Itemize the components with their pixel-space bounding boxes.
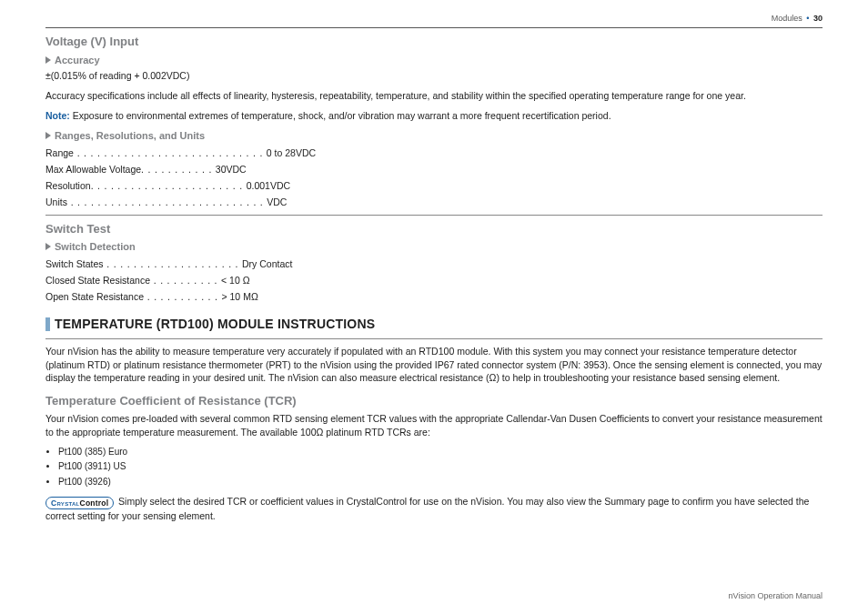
spec-dots: . . . . . . . . . . . . . . . . . . . . … bbox=[67, 196, 267, 207]
list-item: Pt100 (385) Euro bbox=[58, 446, 823, 458]
spec-value: > 10 MΩ bbox=[221, 291, 257, 302]
spec-dots: . . . . . . . . . . . . . . . . . . . . bbox=[104, 258, 242, 269]
ranges-list: Range . . . . . . . . . . . . . . . . . … bbox=[45, 146, 823, 209]
spec-value: 0 to 28VDC bbox=[267, 147, 316, 158]
spec-row: Switch States . . . . . . . . . . . . . … bbox=[45, 257, 823, 270]
spec-label: Max Allowable Voltage bbox=[45, 163, 141, 176]
rtd-rule bbox=[45, 338, 823, 339]
accuracy-heading-text: Accuracy bbox=[55, 55, 100, 65]
ranges-heading-text: Ranges, Resolutions, and Units bbox=[55, 130, 205, 141]
footer-text: nVision Operation Manual bbox=[729, 590, 823, 601]
heading-accent-bar bbox=[45, 317, 50, 331]
spec-label: Switch States bbox=[45, 257, 104, 270]
top-rule bbox=[45, 27, 823, 28]
spec-row: Range . . . . . . . . . . . . . . . . . … bbox=[45, 146, 823, 159]
switch-detection-heading-text: Switch Detection bbox=[55, 241, 136, 252]
spec-value: 0.001VDC bbox=[247, 180, 290, 191]
crystalcontrol-badge: CrystalControl bbox=[45, 497, 114, 509]
spec-label: Open State Resistance bbox=[45, 290, 144, 303]
spec-value: VDC bbox=[267, 196, 287, 207]
section-rule bbox=[45, 215, 823, 216]
header-page-number: 30 bbox=[813, 14, 823, 23]
header-section: Modules bbox=[772, 14, 802, 23]
spec-value: < 10 Ω bbox=[221, 275, 250, 286]
cc-brand-2: Control bbox=[80, 498, 109, 508]
accuracy-para: Accuracy specifications include all effe… bbox=[45, 89, 823, 102]
note-label: Note: bbox=[45, 110, 70, 121]
header-bullet: • bbox=[806, 14, 809, 23]
crystalcontrol-para: CrystalControl Simply select the desired… bbox=[45, 495, 823, 521]
switch-detection-heading: Switch Detection bbox=[45, 240, 823, 254]
spec-dots: . . . . . . . . . . . . . . . . . . . . … bbox=[91, 180, 247, 191]
spec-label: Range bbox=[45, 146, 74, 159]
spec-dots: . . . . . . . . . . bbox=[150, 275, 221, 286]
spec-value: 30VDC bbox=[216, 164, 247, 175]
rtd-heading: TEMPERATURE (RTD100) MODULE INSTRUCTIONS bbox=[55, 316, 375, 333]
spec-row: Resolution. . . . . . . . . . . . . . . … bbox=[45, 179, 823, 192]
spec-label: Resolution bbox=[45, 179, 91, 192]
triangle-icon bbox=[45, 56, 51, 64]
note-text: Exposure to environmental extremes of te… bbox=[70, 110, 611, 121]
spec-row: Closed State Resistance . . . . . . . . … bbox=[45, 274, 823, 287]
spec-dots: . . . . . . . . . . . bbox=[141, 164, 216, 175]
tcr-para: Your nVision comes pre-loaded with sever… bbox=[45, 412, 823, 438]
spec-row: Open State Resistance . . . . . . . . . … bbox=[45, 290, 823, 303]
ranges-heading: Ranges, Resolutions, and Units bbox=[45, 129, 823, 143]
spec-row: Max Allowable Voltage. . . . . . . . . .… bbox=[45, 163, 823, 176]
spec-value: Dry Contact bbox=[242, 258, 292, 269]
spec-dots: . . . . . . . . . . . . . . . . . . . . … bbox=[74, 147, 267, 158]
cc-brand-1: Crystal bbox=[51, 498, 80, 508]
rtd-intro: Your nVision has the ability to measure … bbox=[45, 345, 823, 384]
triangle-icon bbox=[45, 132, 51, 139]
spec-label: Units bbox=[45, 196, 67, 208]
voltage-title: Voltage (V) Input bbox=[45, 34, 823, 50]
triangle-icon bbox=[45, 243, 51, 250]
accuracy-heading: Accuracy bbox=[45, 54, 823, 67]
list-item: Pt100 (3926) bbox=[58, 476, 823, 488]
accuracy-spec: ±(0.015% of reading + 0.002VDC) bbox=[45, 69, 823, 82]
page-header: Modules • 30 bbox=[45, 13, 823, 24]
spec-row: Units . . . . . . . . . . . . . . . . . … bbox=[45, 196, 823, 208]
spec-label: Closed State Resistance bbox=[45, 274, 150, 287]
tcr-title: Temperature Coefficient of Resistance (T… bbox=[45, 393, 823, 409]
tcr-list: Pt100 (385) EuroPt100 (3911) USPt100 (39… bbox=[45, 446, 823, 488]
switch-title: Switch Test bbox=[45, 221, 823, 237]
accuracy-note: Note: Exposure to environmental extremes… bbox=[45, 109, 823, 122]
rtd-heading-row: TEMPERATURE (RTD100) MODULE INSTRUCTIONS bbox=[45, 316, 823, 333]
spec-dots: . . . . . . . . . . . bbox=[144, 291, 222, 302]
switch-list: Switch States . . . . . . . . . . . . . … bbox=[45, 257, 823, 304]
list-item: Pt100 (3911) US bbox=[58, 460, 823, 473]
crystalcontrol-text: Simply select the desired TCR or coeffic… bbox=[45, 496, 809, 520]
